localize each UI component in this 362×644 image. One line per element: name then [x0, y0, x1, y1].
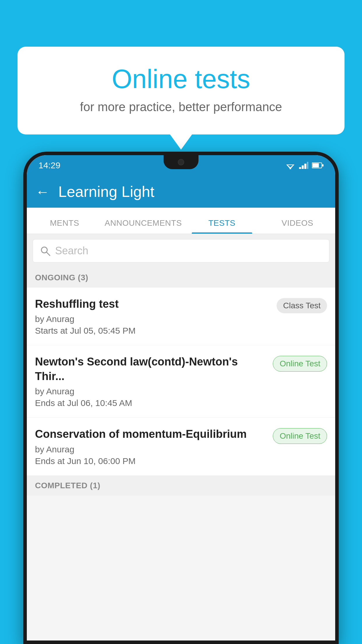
status-time: 14:29 [38, 160, 60, 170]
notch [164, 155, 198, 169]
test-info: Newton's Second law(contd)-Newton's Thir… [35, 355, 267, 408]
test-info: Conservation of momentum-Equilibrium by … [35, 427, 267, 466]
search-box[interactable]: Search [33, 239, 329, 262]
phone-frame: 14:29 [23, 152, 339, 644]
test-item[interactable]: Conservation of momentum-Equilibrium by … [27, 418, 335, 475]
bubble-title: Online tests [41, 64, 321, 94]
tab-bar: MENTS ANNOUNCEMENTS TESTS VIDEOS [27, 208, 335, 234]
tab-tests[interactable]: TESTS [184, 213, 260, 234]
svg-rect-5 [304, 164, 306, 169]
test-badge-online: Online Test [273, 356, 327, 372]
signal-icon [299, 162, 308, 169]
camera-icon [178, 159, 184, 165]
search-icon [40, 246, 50, 256]
search-placeholder: Search [55, 245, 88, 257]
test-list: Reshuffling test by Anurag Starts at Jul… [27, 288, 335, 476]
battery-icon [312, 162, 324, 169]
section-completed-header: COMPLETED (1) [27, 476, 335, 496]
back-button[interactable]: ← [36, 184, 50, 200]
svg-rect-8 [312, 163, 319, 167]
svg-rect-3 [299, 167, 301, 169]
test-time: Ends at Jun 10, 06:00 PM [35, 456, 267, 466]
test-item[interactable]: Reshuffling test by Anurag Starts at Jul… [27, 288, 335, 345]
test-name: Newton's Second law(contd)-Newton's Thir… [35, 355, 267, 384]
promo-bubble: Online tests for more practice, better p… [17, 47, 345, 134]
test-time: Starts at Jul 05, 05:45 PM [35, 326, 271, 336]
svg-line-11 [46, 252, 50, 256]
app-title: Learning Light [58, 183, 154, 200]
test-author: by Anurag [35, 444, 267, 454]
test-author: by Anurag [35, 314, 271, 324]
svg-rect-9 [322, 164, 324, 167]
test-author: by Anurag [35, 386, 267, 396]
bubble-card: Online tests for more practice, better p… [17, 47, 345, 134]
test-name: Conservation of momentum-Equilibrium [35, 427, 267, 441]
tab-videos[interactable]: VIDEOS [260, 213, 335, 234]
test-name: Reshuffling test [35, 297, 271, 311]
phone-screen: 14:29 [27, 155, 335, 640]
tab-ments[interactable]: MENTS [27, 213, 102, 234]
wifi-icon [285, 162, 296, 169]
status-bar: 14:29 [27, 155, 335, 176]
section-ongoing-header: ONGOING (3) [27, 268, 335, 288]
test-badge-class: Class Test [277, 298, 327, 313]
bubble-subtitle: for more practice, better performance [41, 100, 321, 114]
svg-rect-4 [302, 165, 304, 169]
status-icons [285, 162, 324, 169]
test-badge-online: Online Test [273, 428, 327, 444]
tab-announcements[interactable]: ANNOUNCEMENTS [102, 213, 184, 234]
test-time: Ends at Jul 06, 10:45 AM [35, 398, 267, 408]
search-container: Search [27, 234, 335, 268]
app-bar: ← Learning Light [27, 176, 335, 208]
test-info: Reshuffling test by Anurag Starts at Jul… [35, 297, 271, 336]
test-item[interactable]: Newton's Second law(contd)-Newton's Thir… [27, 345, 335, 418]
svg-rect-6 [307, 162, 308, 169]
